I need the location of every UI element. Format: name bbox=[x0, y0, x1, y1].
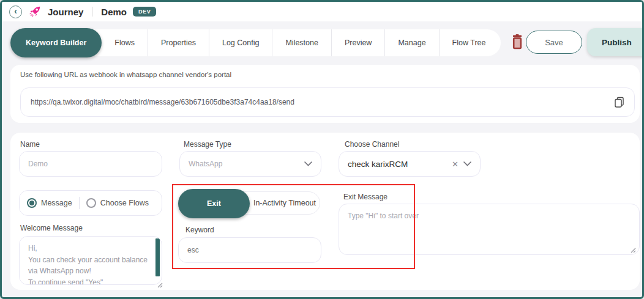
back-button[interactable]: ‹ bbox=[9, 6, 22, 18]
app-window: ‹ Journey Demo DEV Keyword Builder Flows… bbox=[0, 0, 644, 299]
header-divider bbox=[92, 7, 92, 17]
radio-choose-flows[interactable]: Choose Flows bbox=[86, 198, 149, 208]
tab-inactivity-timeout[interactable]: In-Activity Timeout bbox=[250, 192, 320, 214]
journey-name: Demo bbox=[101, 7, 127, 17]
exit-message-textarea[interactable]: Type "Hi" to start over bbox=[339, 204, 640, 255]
radio-selected-icon bbox=[27, 198, 37, 208]
webhook-card: Use following URL as webhook in whatsapp… bbox=[10, 65, 640, 123]
copy-icon[interactable] bbox=[614, 97, 624, 108]
welcome-message-text: Hi, You can check your account balance v… bbox=[28, 243, 153, 285]
webhook-instruction: Use following URL as webhook in whatsapp… bbox=[20, 71, 231, 78]
keyword-builder-card: Name Message Type WhatsApp Choose Channe… bbox=[10, 133, 640, 290]
message-type-value: WhatsApp bbox=[189, 160, 222, 168]
tab-flows[interactable]: Flows bbox=[102, 29, 148, 56]
chevron-down-icon[interactable] bbox=[463, 161, 471, 166]
tab-exit-label: Exit bbox=[207, 199, 221, 208]
webhook-url-field[interactable]: https://qa.twixor.digital/moc/chatbird/m… bbox=[20, 87, 635, 117]
resize-grip-icon[interactable] bbox=[156, 279, 163, 286]
app-title: Journey bbox=[48, 7, 83, 17]
name-input[interactable] bbox=[19, 151, 162, 177]
mode-radio-group: Message Choose Flows bbox=[19, 190, 162, 216]
keyword-label: Keyword bbox=[185, 226, 214, 234]
clear-icon[interactable]: ✕ bbox=[452, 160, 459, 169]
tab-exit[interactable]: Exit bbox=[178, 189, 250, 218]
env-badge: DEV bbox=[133, 7, 156, 17]
radio-divider bbox=[79, 197, 80, 209]
radio-message[interactable]: Message bbox=[27, 198, 72, 208]
radio-message-label: Message bbox=[41, 199, 72, 207]
tab-properties[interactable]: Properties bbox=[148, 29, 209, 56]
tab-log-config[interactable]: Log Config bbox=[209, 29, 272, 56]
name-label: Name bbox=[20, 140, 40, 149]
exit-message-label: Exit Message bbox=[343, 193, 388, 201]
back-chevron-icon: ‹ bbox=[14, 7, 17, 15]
top-bar: ‹ Journey Demo DEV bbox=[2, 2, 642, 21]
choose-channel-value: check karixRCM bbox=[348, 160, 408, 169]
tab-keyword-builder[interactable]: Keyword Builder bbox=[10, 28, 102, 57]
message-type-select[interactable]: WhatsApp bbox=[179, 151, 321, 177]
delete-trash-icon[interactable] bbox=[511, 34, 523, 50]
exit-message-placeholder: Type "Hi" to start over bbox=[348, 212, 419, 220]
rocket-icon bbox=[28, 5, 42, 18]
tab-flow-tree[interactable]: Flow Tree bbox=[439, 29, 499, 56]
choose-channel-select[interactable]: check karixRCM ✕ bbox=[339, 151, 481, 177]
choose-channel-label: Choose Channel bbox=[345, 140, 399, 149]
tab-bar: Keyword Builder Flows Properties Log Con… bbox=[10, 29, 501, 56]
save-button-label: Save bbox=[545, 38, 563, 47]
chevron-down-icon[interactable] bbox=[304, 161, 312, 166]
radio-unselected-icon bbox=[86, 198, 96, 208]
tab-preview[interactable]: Preview bbox=[331, 29, 384, 56]
save-button[interactable]: Save bbox=[526, 31, 582, 54]
welcome-message-textarea[interactable]: Hi, You can check your account balance v… bbox=[19, 236, 162, 285]
radio-choose-flows-label: Choose Flows bbox=[100, 199, 149, 207]
tab-milestone[interactable]: Milestone bbox=[272, 29, 331, 56]
exit-tab-bar: Exit In-Activity Timeout bbox=[178, 191, 320, 215]
message-type-label: Message Type bbox=[184, 140, 231, 149]
publish-button-label: Publish bbox=[602, 38, 632, 47]
publish-button[interactable]: Publish bbox=[587, 28, 644, 56]
tab-inactivity-label: In-Activity Timeout bbox=[253, 199, 316, 207]
resize-grip-icon[interactable] bbox=[629, 245, 636, 252]
webhook-url: https://qa.twixor.digital/moc/chatbird/m… bbox=[31, 98, 294, 106]
keyword-input[interactable] bbox=[178, 237, 321, 263]
tab-manage[interactable]: Manage bbox=[384, 29, 438, 56]
welcome-message-label: Welcome Message bbox=[20, 224, 83, 232]
scrollbar-thumb[interactable] bbox=[155, 238, 160, 276]
